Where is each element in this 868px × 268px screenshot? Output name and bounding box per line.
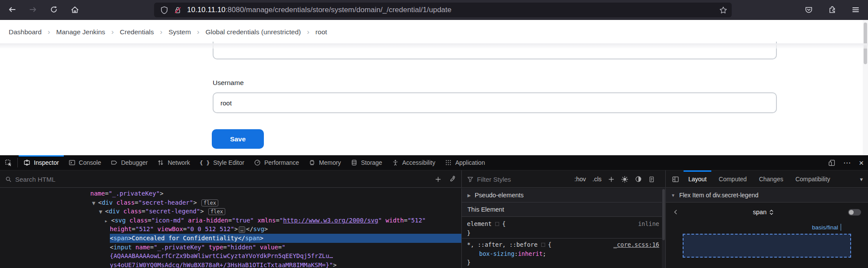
bookmark-star-icon[interactable] [719,6,727,14]
page-scrollbar[interactable] [863,20,868,155]
code-token-str: {AQAAABAAAAowLrfCrZx9baWliwrtCiwCyztaYVo… [110,252,333,259]
rules-scrollbar[interactable] [662,188,665,268]
sidebar-tabs-overflow-icon[interactable]: ▾ [860,176,865,183]
flex-highlight-toggle[interactable] [848,209,861,216]
devtools-menu-icon[interactable]: ⋯ [843,158,851,167]
code-token-p [132,244,135,251]
extensions-puzzle-icon[interactable] [825,3,838,16]
devtools-tab-performance[interactable]: Performance [249,155,304,170]
print-simulation-icon[interactable] [648,176,655,183]
forward-button[interactable] [26,3,40,16]
console-icon [69,159,76,166]
flash-highlight-icon[interactable] [495,222,499,226]
rule-selector: element [467,219,492,229]
dark-mode-icon[interactable] [635,176,642,183]
rules-view: ▶ Pseudo-elements This Element element {… [461,188,665,268]
markup-line[interactable]: name="_.privateKey"> [0,189,461,198]
pseudo-elements-header[interactable]: ▶ Pseudo-elements [462,188,665,203]
devtools-window-controls: ⋯ × [828,155,864,170]
devtools-tab-accessibility[interactable]: Accessibility [387,155,440,170]
devtools-close-icon[interactable]: × [859,158,864,168]
debugger-icon [111,159,118,166]
tab-label: Computed [719,176,747,183]
code-token-attr: name [135,244,150,251]
breadcrumb-item-manage-jenkins[interactable]: Manage Jenkins [56,28,105,36]
markup-line[interactable]: <input name="_.privateKey" type="hidden"… [0,243,461,252]
flex-item-header-label: Flex Item of div.secret-legend [679,192,759,199]
home-button[interactable] [68,3,82,16]
devtools-tab-inspector[interactable]: Inspector [19,155,64,170]
reload-button[interactable] [47,3,61,16]
sidebar-toggle-icon[interactable] [672,176,679,183]
tab-label: Network [168,159,190,166]
devtools-tab-style-editor[interactable]: { } Style Editor [195,155,249,170]
markup-line-body: ▸<svg class="icon-md" aria-hidden="true"… [105,216,461,225]
breadcrumb-item-credentials[interactable]: Credentials [120,28,154,36]
rules-scrollbar-thumb[interactable] [662,189,665,240]
breadcrumb-item-system[interactable]: System [168,28,191,36]
markup-line[interactable]: ▸<svg class="icon-md" aria-hidden="true"… [0,216,461,225]
devtools-tab-application[interactable]: Application [440,155,490,170]
search-html-input[interactable] [15,176,435,183]
sidebar-tab-changes[interactable]: Changes [753,170,789,188]
responsive-design-icon[interactable] [828,159,835,167]
indent-spacer [0,252,110,261]
markup-line[interactable]: ys4oUE7iW0YQ0MsAdcg/hWuBX878aR+/3HsHaB1O… [0,261,461,268]
tab-label: Changes [759,176,783,183]
tab-label: Accessibility [402,159,435,166]
tab-label: Performance [264,159,299,166]
breadcrumb-separator: › [48,28,50,36]
code-token-attr: value [260,244,278,251]
breadcrumb-item-dashboard[interactable]: Dashboard [9,28,42,36]
hamburger-menu-icon[interactable] [849,3,862,16]
stylesheet-link[interactable]: _core.scss:16 [613,240,659,249]
devtools-tab-memory[interactable]: Memory [304,155,346,170]
sidebar-tab-layout[interactable]: Layout [683,170,712,188]
sidebar-tab-computed[interactable]: Computed [713,170,753,188]
flex-item-header[interactable]: ▼ Flex Item of div.secret-legend [666,188,868,203]
markup-line[interactable]: height="512" viewBox="0 0 512 512">…</sv… [0,225,461,234]
pocket-icon[interactable] [802,3,815,16]
code-token-tag: svg [253,226,264,232]
pick-element-button[interactable] [0,155,16,170]
devtools-tab-network[interactable]: Network [152,155,194,170]
filter-styles-input[interactable] [477,176,575,183]
flex-item-selector[interactable]: span [753,209,774,216]
save-button[interactable]: Save [212,129,264,149]
code-token-p: = [228,217,232,224]
add-node-icon[interactable] [435,176,441,183]
class-toggle-button[interactable]: .cls [592,176,602,183]
rule-declaration[interactable]: box-sizing: inherit; [467,249,665,258]
eyedropper-icon[interactable] [449,176,456,183]
shield-icon[interactable] [160,6,168,14]
markup-line[interactable]: <span>Concealed for Confidentiality</spa… [0,234,461,243]
flash-highlight-icon[interactable] [541,243,545,247]
rule-universal-open[interactable]: *, ::after, ::before { _core.scss:16 [467,240,665,249]
code-token-p: = [135,199,138,206]
markup-line[interactable]: {AQAAABAAAAowLrfCrZx9baWliwrtCiwCyztaYVo… [0,252,461,261]
rule-element-open[interactable]: element { inline [467,219,665,229]
url-bar[interactable]: 10.10.11.10:8080/manage/credentials/stor… [154,3,732,17]
prev-item-chevron-icon[interactable] [673,209,679,215]
insecure-lock-icon[interactable] [174,6,182,14]
sidebar-tab-compatibility[interactable]: Compatibility [790,170,836,188]
add-rule-icon[interactable] [608,176,615,183]
code-token-p: > [234,226,238,232]
markup-line[interactable]: ▼<div class="secret-legend"> flex [0,207,461,216]
devtools-tab-storage[interactable]: Storage [346,155,387,170]
code-token-p [256,244,260,251]
flex-item-diagram[interactable] [683,234,851,258]
breadcrumb-item-root[interactable]: root [316,28,327,36]
hover-pseudo-button[interactable]: :hov [575,176,586,183]
devtools-tab-debugger[interactable]: Debugger [106,155,153,170]
breadcrumb-item-global-credentials[interactable]: Global credentials (unrestricted) [205,28,301,36]
back-button[interactable] [5,3,19,16]
devtools-tab-console[interactable]: Console [64,155,106,170]
indent-spacer [0,225,110,234]
rule-origin-note: inline [638,219,659,229]
markup-line[interactable]: ▼<div class="secret-header"> flex [0,198,461,207]
light-mode-icon[interactable] [621,176,628,183]
layout-panel: ▼ Flex Item of div.secret-legend span ba… [665,188,868,268]
username-field[interactable] [213,92,777,113]
code-token-tag: svg [115,217,125,224]
